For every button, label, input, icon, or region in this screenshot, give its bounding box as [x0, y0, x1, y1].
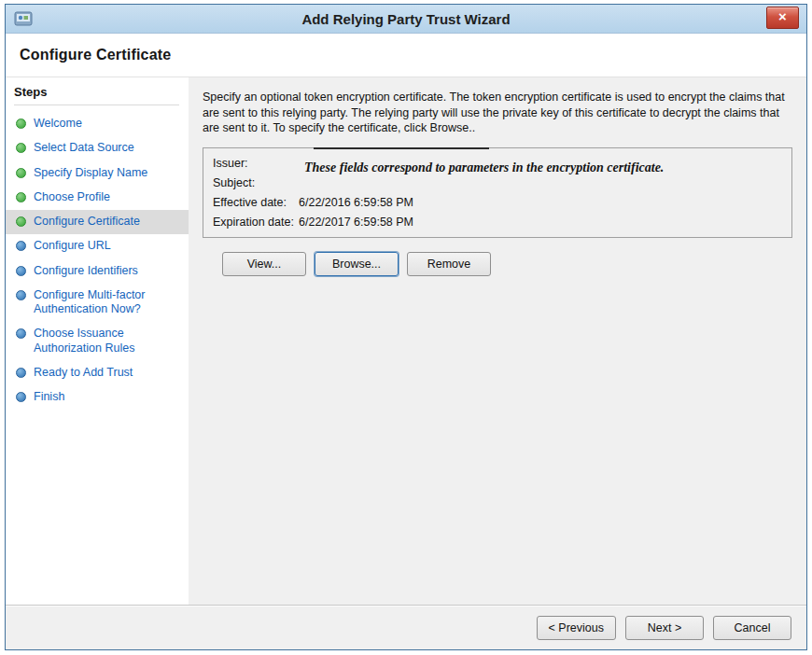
step-configure-mfa: Configure Multi-factor Authentication No…: [6, 284, 189, 323]
step-welcome: Welcome: [6, 112, 189, 136]
step-finish: Finish: [6, 385, 189, 410]
effective-date-row: Effective date: 6/22/2016 6:59:58 PM: [213, 196, 782, 209]
wizard-window: Add Relying Party Trust Wizard × Configu…: [5, 4, 807, 650]
app-icon: [14, 9, 33, 28]
next-button[interactable]: Next >: [625, 616, 704, 640]
step-upcoming-icon: [16, 368, 26, 378]
remove-button[interactable]: Remove: [407, 252, 491, 276]
steps-sidebar: Steps Welcome Select Data Source Specify…: [6, 77, 189, 605]
content-pane: Specify an optional token encryption cer…: [189, 77, 806, 605]
annotation-note: These fields correspond to parameters in…: [304, 160, 664, 175]
step-select-data-source: Select Data Source: [6, 136, 189, 160]
step-configure-certificate: Configure Certificate: [6, 210, 189, 234]
issuer-label: Issuer:: [213, 157, 299, 170]
step-completed-icon: [16, 168, 26, 178]
wizard-footer: < Previous Next > Cancel: [6, 605, 806, 649]
subject-label: Subject:: [213, 176, 299, 189]
step-upcoming-icon: [16, 241, 26, 251]
step-completed-icon: [16, 192, 26, 202]
step-upcoming-icon: [16, 266, 26, 276]
step-label: Configure Multi-factor Authentication No…: [34, 288, 181, 317]
expiration-date-value: 6/22/2017 6:59:58 PM: [299, 216, 413, 229]
step-label: Choose Issuance Authorization Rules: [34, 327, 181, 355]
browse-button[interactable]: Browse...: [315, 252, 399, 276]
step-label: Configure Certificate: [34, 215, 140, 229]
step-completed-icon: [16, 143, 26, 153]
step-configure-url: Configure URL: [6, 234, 189, 258]
title-bar: Add Relying Party Trust Wizard ×: [6, 5, 806, 34]
body-row: Steps Welcome Select Data Source Specify…: [6, 77, 806, 605]
redaction-line: [314, 147, 489, 149]
step-ready-to-add-trust: Ready to Add Trust: [6, 361, 189, 385]
window-title: Add Relying Party Trust Wizard: [301, 11, 510, 27]
step-specify-display-name: Specify Display Name: [6, 161, 189, 186]
step-upcoming-icon: [16, 290, 26, 300]
step-label: Configure URL: [34, 239, 111, 253]
view-button[interactable]: View...: [222, 252, 306, 276]
description-text: Specify an optional token encryption cer…: [203, 90, 792, 136]
expiration-date-row: Expiration date: 6/22/2017 6:59:58 PM: [213, 216, 782, 229]
step-label: Specify Display Name: [34, 166, 147, 180]
certificate-panel: These fields correspond to parameters in…: [203, 147, 792, 238]
page-header: Configure Certificate: [6, 34, 806, 77]
step-upcoming-icon: [16, 328, 26, 339]
step-upcoming-icon: [16, 392, 26, 402]
steps-header: Steps: [14, 85, 179, 105]
step-label: Select Data Source: [34, 141, 134, 155]
steps-list: Welcome Select Data Source Specify Displ…: [6, 112, 189, 410]
step-label: Ready to Add Trust: [34, 366, 133, 380]
step-choose-profile: Choose Profile: [6, 186, 189, 210]
step-configure-identifiers: Configure Identifiers: [6, 259, 189, 284]
step-completed-icon: [16, 216, 26, 227]
step-completed-icon: [16, 118, 26, 129]
page-title: Configure Certificate: [20, 47, 171, 63]
expiration-date-label: Expiration date:: [213, 216, 299, 229]
step-label: Welcome: [34, 117, 82, 131]
certificate-actions: View... Browse... Remove: [203, 252, 792, 276]
effective-date-label: Effective date:: [213, 196, 299, 209]
step-label: Configure Identifiers: [34, 264, 138, 278]
step-label: Finish: [34, 390, 64, 404]
step-choose-issuance-rules: Choose Issuance Authorization Rules: [6, 322, 189, 361]
close-button[interactable]: ×: [766, 7, 799, 29]
cancel-button[interactable]: Cancel: [713, 616, 791, 640]
subject-row: Subject:: [213, 176, 782, 189]
effective-date-value: 6/22/2016 6:59:58 PM: [299, 196, 413, 209]
previous-button[interactable]: < Previous: [537, 616, 616, 640]
step-label: Choose Profile: [34, 190, 110, 204]
